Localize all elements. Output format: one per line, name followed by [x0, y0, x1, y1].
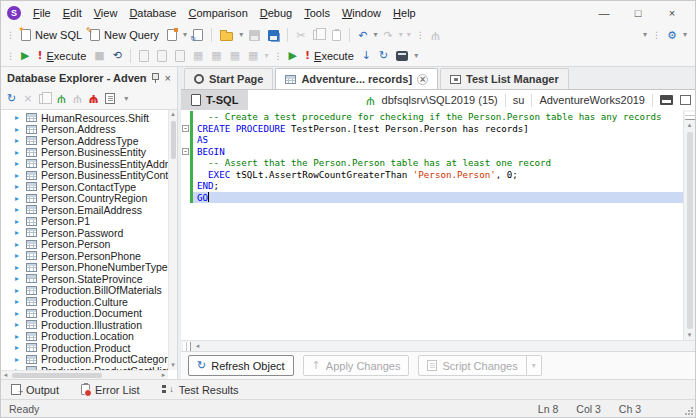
fold-gutter[interactable]: -	[181, 146, 190, 158]
scrollbar-thumb[interactable]	[687, 132, 693, 329]
customize-dropdown[interactable]: ▾	[681, 31, 689, 39]
database-name[interactable]: AdventureWorks2019	[539, 94, 645, 106]
menu-comparison[interactable]: Comparison	[182, 3, 253, 23]
execute-button[interactable]: ! Execute	[33, 47, 90, 65]
tree-item[interactable]: ▸Person.BusinessEntity	[1, 147, 168, 159]
scroll-right-icon[interactable]: ▸	[159, 371, 168, 380]
tree-vertical-scrollbar[interactable]: ▴ ▾	[168, 110, 177, 370]
tree-item[interactable]: ▸Person.ContactType	[1, 181, 168, 193]
menu-tools[interactable]: Tools	[298, 3, 336, 23]
editor-vertical-scrollbar[interactable]: ▴ ▾	[683, 110, 695, 340]
tree-item[interactable]: ▸Person.Address	[1, 124, 168, 136]
tab-error-list[interactable]: Error List	[81, 384, 140, 396]
expand-arrow-icon[interactable]: ▸	[15, 171, 22, 180]
scrollbar-thumb[interactable]	[12, 373, 102, 378]
scroll-down-icon[interactable]: ▾	[685, 331, 694, 340]
paste-button[interactable]	[328, 26, 345, 44]
panel-close-icon[interactable]: ×	[163, 72, 173, 84]
new-connection-button[interactable]	[189, 26, 207, 44]
disconnect-plug-icon[interactable]: Ψ	[73, 93, 82, 104]
format-button[interactable]	[135, 47, 153, 65]
menu-edit[interactable]: Edit	[57, 3, 88, 23]
apply-changes-button[interactable]: ↑Apply Changes	[303, 355, 410, 376]
script-object-icon[interactable]	[105, 93, 115, 104]
expand-arrow-icon[interactable]: ▸	[15, 263, 22, 272]
expand-arrow-icon[interactable]: ▸	[15, 113, 22, 122]
refresh-object-button[interactable]: ↻Refresh Object	[188, 355, 294, 376]
delete-icon[interactable]: ×	[23, 93, 32, 104]
code-line[interactable]: -BEGIN	[181, 146, 683, 158]
code-line[interactable]: -CREATE PROCEDURE TestPerson.[test Perso…	[181, 123, 683, 135]
open-file-button[interactable]	[216, 26, 237, 44]
tree-item[interactable]: ▸Person.Password	[1, 227, 168, 239]
tab-test-list-manager[interactable]: Test List Manager	[440, 68, 569, 89]
menu-view[interactable]: View	[88, 3, 124, 23]
new-window-icon[interactable]	[680, 95, 691, 105]
stop-button[interactable]: ■	[90, 47, 108, 65]
tree-item[interactable]: ▸Production.Document	[1, 308, 168, 320]
code-line[interactable]: -- Assert that the Person.Person table h…	[181, 157, 683, 169]
tree-item[interactable]: ▸Person.BusinessEntityContact	[1, 170, 168, 182]
kill-connection-plug-icon[interactable]: Ψ	[89, 93, 98, 104]
expand-arrow-icon[interactable]: ▸	[15, 194, 22, 203]
code-line[interactable]: GO	[181, 192, 683, 204]
toolbar-grip[interactable]: ⋮	[271, 51, 285, 61]
tab-t-sql[interactable]: T-SQL	[181, 90, 248, 110]
menu-debug[interactable]: Debug	[254, 3, 298, 23]
toolbar-grip[interactable]: ⋮	[3, 51, 17, 61]
code-area[interactable]: -- Create a test procedure for checking …	[181, 111, 683, 203]
code-line[interactable]: EXEC tSQLt.AssertRowCountGreaterThan 'Pe…	[181, 169, 683, 181]
tree-item[interactable]: ▸Person.BusinessEntityAddress	[1, 158, 168, 170]
scroll-left-icon[interactable]: ◂	[1, 371, 10, 380]
menu-help[interactable]: Help	[387, 3, 422, 23]
tab-adventure-records[interactable]: Adventure... records]×	[275, 68, 438, 89]
toolbar-overflow-dropdown[interactable]: ▾	[641, 31, 649, 39]
redo-dropdown[interactable]: ▾	[397, 31, 405, 39]
refresh-icon[interactable]: ↻	[7, 93, 16, 104]
menu-database[interactable]: Database	[123, 3, 182, 23]
expand-arrow-icon[interactable]: ▸	[15, 182, 22, 191]
export-button[interactable]	[153, 47, 171, 65]
cut-button[interactable]: ✂	[292, 26, 309, 44]
resize-grip[interactable]	[685, 407, 693, 415]
split-editor-handle[interactable]	[685, 112, 695, 120]
tree-item[interactable]: ▸Production.Culture	[1, 296, 168, 308]
expand-arrow-icon[interactable]: ▸	[15, 217, 22, 226]
expand-arrow-icon[interactable]: ▸	[15, 332, 22, 341]
fold-collapse-icon[interactable]: -	[182, 125, 189, 132]
script-changes-dropdown[interactable]: ▾	[527, 355, 542, 376]
tree-item[interactable]: ▸HumanResources.Shift	[1, 112, 168, 124]
undo-button[interactable]: ↶	[354, 26, 371, 44]
results-button[interactable]: ▦	[244, 47, 262, 65]
tree-item[interactable]: ▸Person.Person	[1, 239, 168, 251]
tab-test-results[interactable]: Test Results	[162, 384, 239, 396]
maximize-button[interactable]: □	[627, 7, 649, 19]
scroll-up-icon[interactable]: ▴	[169, 110, 178, 119]
tree-item[interactable]: ▸Person.EmailAddress	[1, 204, 168, 216]
open-file-dropdown[interactable]: ▾	[237, 31, 245, 39]
code-editor[interactable]: -- Create a test procedure for checking …	[181, 110, 695, 340]
new-sql-button[interactable]: New SQL	[17, 26, 86, 44]
expand-arrow-icon[interactable]: ▸	[15, 355, 22, 364]
run-button[interactable]: ▶	[17, 47, 33, 65]
expand-arrow-icon[interactable]: ▸	[15, 274, 22, 283]
connection-properties-button[interactable]: Ψ	[427, 26, 444, 44]
connect-plug-icon[interactable]: Ψ	[57, 93, 66, 104]
new-document-dropdown[interactable]: ▾	[181, 31, 189, 39]
tab-start-page[interactable]: Start Page	[184, 68, 273, 89]
expand-arrow-icon[interactable]: ▸	[15, 320, 22, 329]
undo-dropdown[interactable]: ▾	[372, 31, 380, 39]
pin-icon[interactable]	[151, 72, 159, 83]
expand-arrow-icon[interactable]: ▸	[15, 228, 22, 237]
execution-history-button[interactable]: ⟲	[109, 47, 126, 65]
copy-button[interactable]	[309, 26, 328, 44]
user-name[interactable]: su	[513, 94, 525, 106]
query-profile-button[interactable]: ▦	[189, 47, 207, 65]
extra-dropdown[interactable]: ▾	[405, 31, 413, 39]
duplicate-icon[interactable]	[39, 94, 47, 104]
debug-execute-button[interactable]: ! Execute	[301, 47, 358, 65]
new-query-button[interactable]: New Query	[86, 26, 163, 44]
expand-arrow-icon[interactable]: ▸	[15, 240, 22, 249]
tree-item[interactable]: ▸Person.CountryRegion	[1, 193, 168, 205]
tree-item[interactable]: ▸Person.P1	[1, 216, 168, 228]
